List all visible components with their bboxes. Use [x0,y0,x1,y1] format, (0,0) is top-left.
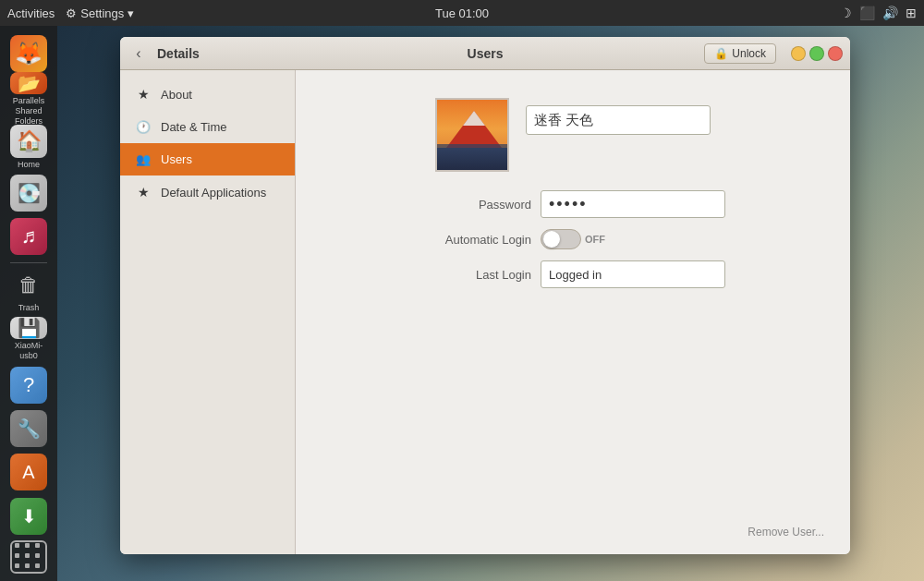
dock-label-home: Home [18,160,40,170]
password-row: Password [333,190,813,218]
activities-button[interactable]: Activities [7,6,55,20]
last-login-label: Last Login [420,268,541,282]
last-login-row: Last Login Logged in [333,260,813,288]
volume-icon[interactable]: 🔊 [882,6,898,20]
firefox-icon: 🦊 [10,35,47,72]
username-input[interactable] [526,105,711,135]
close-button[interactable] [828,46,843,61]
dock-item-home[interactable]: 🏠 Home [6,125,51,169]
download-icon: ⬇ [10,498,47,535]
parallels-icon: 📂 [10,72,47,94]
music-icon: ♬ [10,218,47,255]
automatic-login-row: Automatic Login OFF [333,229,813,249]
password-input[interactable] [541,190,725,218]
dock-label-trash: Trash [18,303,40,313]
sidebar-item-default-applications[interactable]: ★ Default Applications [120,176,295,209]
remove-user-button[interactable]: Remove User... [740,522,832,542]
topbar-clock: Tue 01:00 [435,6,489,20]
window-controls [791,46,843,61]
star-icon: ★ [135,185,152,200]
sidebar-item-about[interactable]: ★ About [120,78,295,111]
appstore-icon: A [10,454,47,490]
help-icon: ? [10,367,47,404]
automatic-login-label: Automatic Login [420,233,541,247]
dock-item-trash[interactable]: 🗑 Trash [6,269,51,313]
moon-icon[interactable]: ☽ [840,6,852,20]
dock-separator [10,262,47,263]
maximize-button[interactable] [809,46,824,61]
avatar-landscape-svg [437,100,509,172]
dock-item-xiaomi-usb[interactable]: 💾 XiaoMi-usb0 [6,317,51,361]
password-label: Password [420,198,541,212]
apps-grid-icon [15,543,43,571]
titlebar-title: Details [157,46,200,61]
sidebar: ★ About 🕐 Date & Time 👥 Users ★ Default … [120,70,296,554]
settings-window: ‹ Details Users 🔒 Unlock ★ About 🕐 [120,37,850,554]
back-arrow-icon: ‹ [136,45,140,62]
dock-item-firefox[interactable]: 🦊 [6,33,51,73]
main-content: Password Automatic Login OFF [296,70,850,554]
unlock-button[interactable]: 🔒 Unlock [704,43,776,64]
about-icon: ★ [135,87,152,102]
trash-icon: 🗑 [10,269,47,301]
settings-arrow-icon: ▾ [128,6,134,20]
dock-label-parallels: ParallelsSharedFolders [13,96,45,126]
dock-item-tools[interactable]: 🔧 [6,408,51,448]
status-icon[interactable]: ⊞ [906,6,917,20]
settings-menu-button[interactable]: ⚙ Settings ▾ [66,6,134,20]
window-body: ★ About 🕐 Date & Time 👥 Users ★ Default … [120,70,850,554]
automatic-login-toggle-container: OFF [541,229,725,249]
dock: 🦊 📂 ParallelsSharedFolders 🏠 Home 💽 ♬ 🗑 … [0,26,57,581]
show-apps-button[interactable] [10,540,47,575]
dock-item-help[interactable]: ? [6,365,51,405]
last-login-value: Logged in [541,260,725,288]
minimize-button[interactable] [791,46,806,61]
sidebar-item-datetime[interactable]: 🕐 Date & Time [120,111,295,143]
display-icon[interactable]: ⬛ [859,6,875,20]
topbar: Activities ⚙ Settings ▾ Tue 01:00 ☽ ⬛ 🔊 … [0,0,924,26]
tools-icon: 🔧 [10,410,47,447]
lock-icon: 🔒 [714,47,728,60]
titlebar-subtitle: Users [468,46,504,61]
dock-item-appstore[interactable]: A [6,453,51,492]
dock-label-xiaomi-usb: XiaoMi-usb0 [15,341,43,361]
sidebar-item-users[interactable]: 👥 Users [120,143,295,176]
dock-item-music[interactable]: ♬ [6,217,51,257]
toggle-knob [543,231,560,248]
remove-user-container: Remove User... [740,523,832,539]
dock-item-parallels-shared-folders[interactable]: 📂 ParallelsSharedFolders [6,77,51,121]
dock-item-disk[interactable]: 💽 [6,173,51,212]
user-avatar[interactable] [435,98,509,172]
back-button[interactable]: ‹ [128,42,150,65]
toggle-state-label: OFF [585,234,605,245]
dock-item-download[interactable]: ⬇ [6,496,51,536]
users-icon: 👥 [135,152,152,166]
drive-icon: 💾 [10,317,47,339]
disk-icon: 💽 [10,175,47,212]
home-icon: 🏠 [10,125,47,157]
svg-rect-1 [437,148,509,172]
titlebar: ‹ Details Users 🔒 Unlock [120,37,850,70]
svg-rect-4 [437,144,509,150]
clock-icon: 🕐 [135,120,152,134]
settings-gear-icon: ⚙ [66,6,77,20]
automatic-login-toggle[interactable] [541,229,581,249]
